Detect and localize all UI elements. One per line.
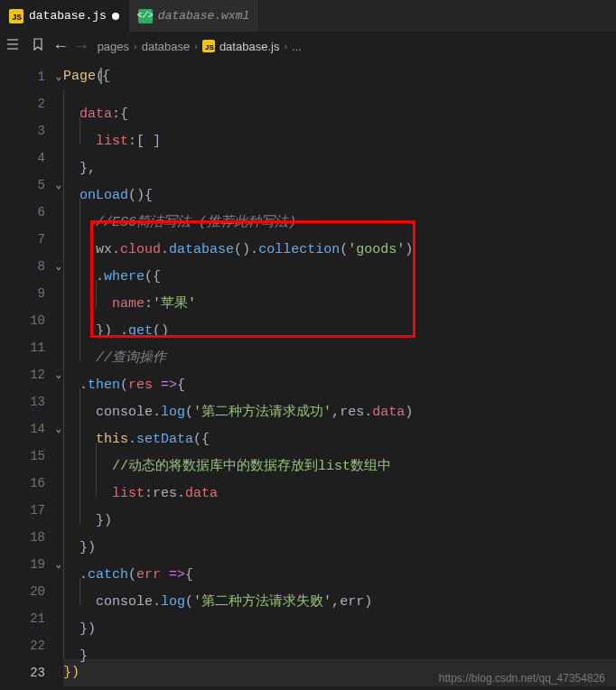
breadcrumb-item[interactable]: pages [98,40,129,53]
code-line[interactable]: list:[ ] [63,117,616,145]
tab-label: database.js [29,9,107,23]
code-line[interactable]: Page({ [63,63,616,90]
code-line[interactable]: data:{ [63,90,616,117]
line-number: 1⌄ [0,63,63,90]
fold-chevron-icon[interactable]: ⌄ [55,63,61,90]
line-number: 22 [0,632,63,659]
code-line[interactable]: name:'苹果' [63,280,616,307]
tab-database-wxml[interactable]: </> database.wxml [129,0,259,32]
line-number: 9 [0,280,63,307]
breadcrumb[interactable]: pages › database › JS database.js › ... [98,40,302,53]
line-number: 4 [0,145,63,172]
breadcrumb-item[interactable]: database [142,40,191,53]
fold-chevron-icon[interactable]: ⌄ [55,415,61,443]
line-number: 7 [0,226,63,253]
code-line[interactable]: //ES6简洁写法 (推荐此种写法) [63,199,616,226]
code-line[interactable]: }) .get() [63,307,616,334]
chevron-right-icon: › [194,41,198,51]
fold-chevron-icon[interactable]: ⌄ [55,361,61,388]
code-area[interactable]: Page({ data:{ list:[ ] }, onLoad(){ //ES… [63,60,616,690]
fold-chevron-icon[interactable]: ⌄ [55,172,61,199]
line-number: 6 [0,199,63,226]
js-file-icon: JS [202,40,215,52]
line-number: 2 [0,90,63,117]
code-editor[interactable]: 1⌄2345⌄678⌄9101112⌄1314⌄1516171819⌄20212… [0,60,616,690]
line-number: 17 [0,497,63,524]
breadcrumb-more[interactable]: ... [292,40,302,53]
line-number: 21 [0,605,63,632]
line-number: 15 [0,443,63,470]
bookmark-icon[interactable] [31,37,45,55]
line-number: 12⌄ [0,361,63,388]
line-number: 18 [0,524,63,551]
code-line[interactable]: //动态的将数据库中的数据存放到list数组中 [63,443,616,470]
fold-chevron-icon[interactable]: ⌄ [55,551,61,578]
tab-database-js[interactable]: JS database.js [0,0,129,32]
line-number: 3 [0,117,63,145]
code-line[interactable]: wx.cloud.database().collection('goods') [63,226,616,253]
tab-bar: JS database.js </> database.wxml [0,0,616,33]
fold-chevron-icon[interactable]: ⌄ [55,253,61,280]
tab-label: database.wxml [158,9,249,23]
nav-forward-button[interactable]: → [77,37,87,55]
split-editor-button[interactable] [594,0,616,32]
line-number: 14⌄ [0,415,63,443]
watermark-text: https://blog.csdn.net/qq_47354826 [439,672,605,685]
chevron-right-icon: › [284,41,287,51]
breadcrumb-item[interactable]: database.js [219,40,280,53]
code-line[interactable]: .catch(err =>{ [63,551,616,578]
line-number: 19⌄ [0,551,63,578]
line-number: 13 [0,388,63,415]
nav-back-button[interactable]: ← [56,37,66,55]
line-number: 11 [0,334,63,361]
wxml-file-icon: </> [138,9,153,23]
editor-toolbar: ← → pages › database › JS database.js › … [0,33,616,60]
line-number: 20 [0,578,63,605]
line-number: 16 [0,470,63,497]
chevron-right-icon: › [134,41,137,51]
code-line[interactable]: onLoad(){ [63,172,616,199]
modified-dot-icon [112,13,119,20]
code-line[interactable]: }) [63,524,616,551]
line-number: 5⌄ [0,172,63,199]
code-line[interactable]: } [63,632,616,659]
outline-icon[interactable] [5,37,20,55]
js-file-icon: JS [9,9,23,23]
line-number: 10 [0,307,63,334]
code-line[interactable]: console.log('第二种方法请求失败',err) [63,578,616,605]
line-number-gutter: 1⌄2345⌄678⌄9101112⌄1314⌄1516171819⌄20212… [0,60,63,690]
code-line[interactable]: console.log('第二种方法请求成功',res.data) [63,388,616,415]
line-number: 23 [0,659,63,686]
line-number: 8⌄ [0,253,63,280]
code-line[interactable]: //查询操作 [63,334,616,361]
code-line[interactable]: .then(res =>{ [63,361,616,388]
